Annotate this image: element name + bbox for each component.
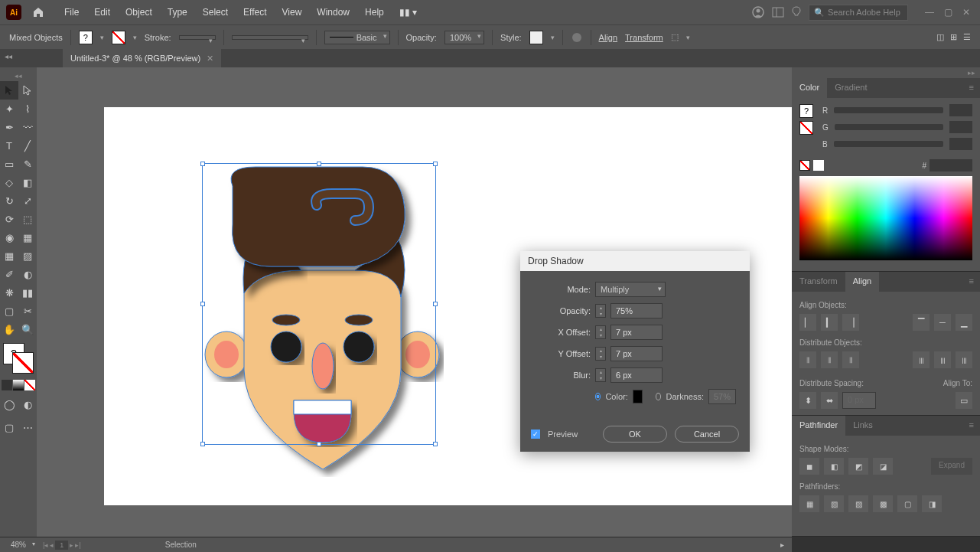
draw-mode-behind[interactable]: ◐ [18, 395, 37, 413]
color-radio[interactable] [595, 393, 601, 400]
yoffset-input[interactable]: 7 px [610, 346, 663, 361]
nav-next-icon[interactable]: ▸ [70, 541, 73, 549]
eyedropper-tool[interactable]: ✐ [0, 265, 18, 283]
transform-link[interactable]: Transform [625, 33, 663, 42]
pen-tool[interactable]: ✒ [0, 118, 18, 136]
menu-help[interactable]: Help [359, 4, 390, 21]
panel-menu-icon[interactable]: ☰ [963, 32, 971, 42]
pathfinder-panel-menu-icon[interactable]: ≡ [963, 416, 980, 436]
dist-bottom[interactable]: ⫴ [842, 351, 859, 368]
screen-mode[interactable]: ▢ [0, 418, 18, 436]
tab-transform[interactable]: Transform [792, 272, 845, 292]
graph-tool[interactable]: ▮▮ [18, 283, 37, 302]
zoom-dropdown[interactable]: 48% [8, 541, 35, 549]
align-to-selection[interactable]: ▭ [956, 392, 972, 409]
pf-merge[interactable]: ▨ [848, 495, 868, 512]
pf-divide[interactable]: ▦ [799, 495, 819, 512]
style-swatch[interactable] [529, 31, 543, 44]
selection-tool[interactable] [0, 81, 18, 100]
canvas[interactable]: Drop Shadow Mode:Multiply Opacity:▴▾75% … [37, 67, 792, 537]
pf-minus-back[interactable]: ◨ [922, 495, 942, 512]
r-value[interactable] [949, 104, 972, 116]
fill-dropdown[interactable]: ▾ [100, 34, 104, 41]
user-icon[interactable] [752, 6, 764, 18]
opacity-stepper[interactable]: ▴▾ [595, 304, 606, 318]
dist-right[interactable]: ⫼ [956, 351, 972, 368]
free-transform-tool[interactable]: ⬚ [18, 210, 37, 228]
panel-fill-swatch[interactable]: ? [799, 104, 813, 118]
pf-unite[interactable]: ◼ [799, 458, 819, 475]
color-panel-menu-icon[interactable]: ≡ [963, 78, 980, 98]
yoffset-stepper[interactable]: ▴▾ [595, 347, 606, 361]
artboard-nav[interactable]: |◂ ◂ 1 ▸ ▸| [43, 541, 81, 550]
pf-outline[interactable]: ▢ [897, 495, 917, 512]
line-tool[interactable]: ╱ [18, 136, 37, 155]
hex-input[interactable] [930, 159, 972, 171]
align-vcenter[interactable]: ─ [934, 314, 951, 331]
type-tool[interactable]: T [0, 136, 18, 155]
xoffset-stepper[interactable]: ▴▾ [595, 325, 606, 339]
nav-first-icon[interactable]: |◂ [43, 541, 48, 549]
edit-contents-icon[interactable]: ⊞ [950, 32, 957, 42]
fill-stroke-indicator[interactable]: ? [3, 343, 34, 374]
panel-collapse-icon[interactable]: ◂◂ [5, 52, 12, 60]
dist-hcenter[interactable]: ⫼ [934, 351, 951, 368]
menu-object[interactable]: Object [119, 4, 158, 21]
align-link[interactable]: Align [599, 33, 617, 42]
edit-toolbar[interactable]: ⋯ [18, 418, 37, 436]
arrange-icon[interactable] [772, 7, 784, 18]
home-icon[interactable] [31, 5, 46, 20]
pf-trim[interactable]: ▧ [824, 495, 844, 512]
direct-selection-tool[interactable] [18, 81, 37, 100]
blur-stepper[interactable]: ▴▾ [595, 368, 606, 382]
shaper-tool[interactable]: ◇ [0, 173, 18, 191]
pf-intersect[interactable]: ◩ [848, 458, 868, 475]
tab-align[interactable]: Align [845, 272, 879, 292]
color-spectrum[interactable] [799, 176, 972, 260]
toolbox-collapse-icon[interactable]: ◂◂ [0, 70, 37, 81]
artboard-number[interactable]: 1 [55, 541, 68, 550]
menu-view[interactable]: View [276, 4, 308, 21]
dist-space-h[interactable]: ⬌ [821, 392, 838, 409]
width-tool[interactable]: ⟳ [0, 210, 18, 228]
tab-gradient[interactable]: Gradient [827, 78, 874, 98]
brush-dropdown[interactable]: Basic [324, 31, 390, 44]
opacity-input[interactable]: 75% [610, 303, 663, 318]
ok-button[interactable]: OK [603, 426, 667, 443]
menu-file[interactable]: File [58, 4, 85, 21]
rectangle-tool[interactable]: ▭ [0, 155, 18, 173]
panel-stroke-swatch[interactable] [799, 121, 813, 135]
pf-crop[interactable]: ▩ [873, 495, 893, 512]
align-right[interactable]: ▕ [842, 314, 859, 331]
pf-minus-front[interactable]: ◧ [824, 458, 844, 475]
g-slider[interactable] [835, 124, 943, 130]
status-menu-icon[interactable]: ▸ [780, 541, 784, 549]
align-hcenter[interactable]: ▎ [821, 314, 838, 331]
document-tab[interactable]: Untitled-3* @ 48 % (RGB/Preview) ✕ [63, 49, 221, 67]
eraser-tool[interactable]: ◧ [18, 173, 37, 191]
dist-left[interactable]: ⫼ [913, 351, 930, 368]
shadow-color-swatch[interactable] [633, 390, 643, 403]
menu-window[interactable]: Window [311, 4, 356, 21]
menu-select[interactable]: Select [197, 4, 234, 21]
dist-vcenter[interactable]: ⫴ [821, 351, 838, 368]
minimize-button[interactable]: — [922, 6, 937, 18]
symbol-sprayer-tool[interactable]: ❋ [0, 283, 18, 302]
r-slider[interactable] [834, 107, 943, 113]
lasso-tool[interactable]: ⌇ [18, 100, 37, 118]
dist-space-v[interactable]: ⬍ [799, 392, 816, 409]
close-button[interactable]: ✕ [959, 6, 974, 18]
gradient-tool[interactable]: ▨ [18, 247, 37, 265]
mesh-tool[interactable]: ▦ [0, 247, 18, 265]
scale-tool[interactable]: ⤢ [18, 191, 37, 210]
slice-tool[interactable]: ✂ [18, 302, 37, 320]
g-value[interactable] [949, 121, 972, 133]
menu-effect[interactable]: Effect [237, 4, 272, 21]
recolor-icon[interactable] [571, 31, 583, 44]
white-swatch[interactable] [813, 160, 824, 171]
spacing-input[interactable]: 0 px [842, 392, 876, 409]
pf-exclude[interactable]: ◪ [873, 458, 893, 475]
rotate-tool[interactable]: ↻ [0, 191, 18, 210]
color-mode-switcher[interactable] [2, 380, 35, 390]
opacity-dropdown[interactable]: 100% [444, 31, 484, 44]
